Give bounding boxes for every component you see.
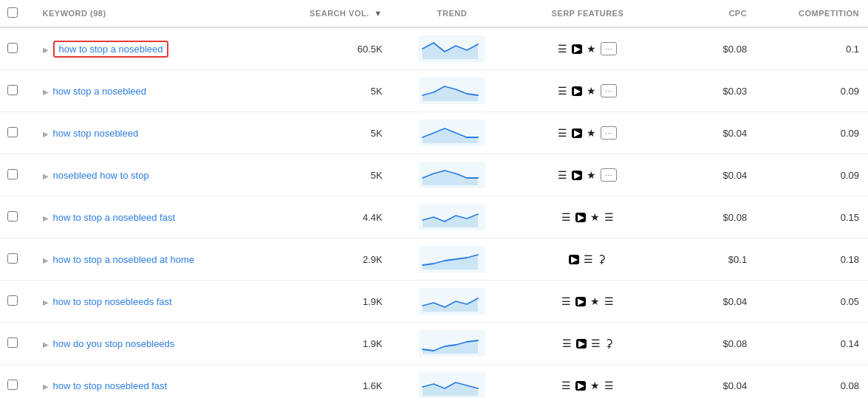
serp-cell: ☰▶★☰ [513, 281, 662, 323]
list-icon: ☰ [558, 85, 567, 97]
star-icon: ★ [590, 295, 600, 307]
list-icon: ☰ [558, 169, 567, 181]
youtube-icon: ▶ [575, 297, 586, 306]
serp-cell: ☰▶★⋯ [513, 27, 662, 70]
keyword-text-highlighted[interactable]: how to stop a nosebleed [53, 41, 169, 58]
keyword-text[interactable]: how do you stop nosebleeds [53, 338, 175, 349]
row-checkbox[interactable] [7, 295, 18, 306]
select-all-checkbox[interactable] [7, 7, 18, 18]
list-icon: ☰ [561, 295, 571, 307]
list-icon: ☰ [558, 127, 567, 139]
row-checkbox[interactable] [7, 43, 18, 53]
expand-button[interactable]: ▶ [43, 256, 49, 264]
expand-button[interactable]: ▶ [43, 172, 49, 180]
serp-icons-group: ☰▶★☰ [522, 295, 653, 307]
keyword-cell: ▶how to stop a nosebleed fast [34, 196, 277, 239]
expand-button[interactable]: ▶ [43, 340, 49, 349]
row-checkbox[interactable] [7, 85, 18, 95]
row-checkbox-cell [0, 323, 34, 365]
header-serp: SERP FEATURES [513, 0, 662, 27]
vol-value: 5K [371, 170, 383, 181]
cpc-cell: $0.04 [663, 281, 756, 323]
keyword-text[interactable]: how to stop nosebleed fast [53, 380, 168, 391]
trend-cell [392, 70, 513, 112]
row-checkbox[interactable] [7, 127, 18, 137]
keyword-cell: ▶how to stop nosebleed fast [34, 365, 277, 399]
vol-value: 2.9K [363, 254, 383, 265]
cpc-value: $0.04 [723, 128, 748, 139]
row-checkbox[interactable] [7, 337, 18, 348]
vol-value: 1.9K [363, 296, 383, 307]
youtube-icon: ▶ [576, 339, 587, 349]
list2-icon: ☰ [604, 211, 614, 223]
expand-button[interactable]: ▶ [43, 214, 49, 222]
keyword-cell: ▶how stop nosebleed [34, 112, 277, 154]
serp-cell: ▶☰⚳ [513, 239, 662, 281]
keyword-text[interactable]: how stop nosebleed [53, 128, 139, 139]
table-row: ▶how to stop nosebleeds fast1.9K ☰▶★☰$0.… [0, 281, 868, 323]
row-checkbox-cell [0, 239, 34, 281]
serp-icons-group: ☰▶☰⚳ [522, 337, 653, 350]
keyword-text[interactable]: how stop a nosebleed [53, 86, 146, 97]
vol-cell: 1.9K [277, 323, 392, 365]
vol-value: 5K [371, 128, 383, 139]
people-icon: ⚳ [598, 253, 606, 266]
row-checkbox-cell [0, 27, 34, 70]
row-checkbox[interactable] [7, 211, 18, 222]
trend-cell [392, 154, 513, 196]
serp-icons-group: ☰▶★☰ [522, 380, 653, 391]
cpc-value: $0.08 [723, 212, 748, 223]
cpc-cell: $0.03 [663, 70, 756, 112]
keyword-text[interactable]: how to stop nosebleeds fast [53, 296, 172, 307]
table-row: ▶how stop nosebleed5K ☰▶★⋯$0.040.09 [0, 112, 868, 154]
star-icon: ★ [590, 380, 600, 391]
youtube-icon: ▶ [575, 213, 586, 222]
table-row: ▶how to stop nosebleed fast1.6K ☰▶★☰$0.0… [0, 365, 868, 399]
header-checkbox-col [0, 0, 34, 27]
row-checkbox-cell [0, 154, 34, 196]
table-row: ▶how stop a nosebleed5K ☰▶★⋯$0.030.09 [0, 70, 868, 112]
expand-button[interactable]: ▶ [43, 88, 49, 96]
row-checkbox[interactable] [7, 380, 18, 390]
row-checkbox[interactable] [7, 253, 18, 264]
vol-value: 60.5K [358, 44, 383, 55]
cpc-cell: $0.04 [663, 154, 756, 196]
serp-cell: ☰▶★⋯ [513, 112, 662, 154]
expand-button[interactable]: ▶ [43, 130, 49, 138]
row-checkbox-cell [0, 112, 34, 154]
keyword-text[interactable]: how to stop a nosebleed fast [53, 212, 176, 223]
competition-cell: 0.05 [756, 281, 868, 323]
expand-button[interactable]: ▶ [43, 298, 49, 306]
cpc-value: $0.04 [723, 170, 748, 181]
vol-value: 1.9K [363, 338, 383, 349]
keyword-text[interactable]: nosebleed how to stop [53, 170, 149, 181]
trend-cell [392, 196, 513, 239]
vol-cell: 1.9K [277, 281, 392, 323]
table-row: ▶how do you stop nosebleeds1.9K ☰▶☰⚳$0.0… [0, 323, 868, 365]
serp-cell: ☰▶★⋯ [513, 70, 662, 112]
cpc-cell: $0.1 [663, 239, 756, 281]
competition-cell: 0.09 [756, 154, 868, 196]
competition-cell: 0.15 [756, 196, 868, 239]
competition-cell: 0.18 [756, 239, 868, 281]
competition-cell: 0.08 [756, 365, 868, 399]
star-icon: ★ [587, 169, 596, 181]
competition-value: 0.05 [841, 296, 859, 307]
list2-icon: ☰ [591, 337, 601, 349]
competition-value: 0.15 [841, 212, 859, 223]
trend-cell [392, 365, 513, 399]
keyword-text[interactable]: how to stop a nosebleed at home [53, 254, 195, 265]
expand-button[interactable]: ▶ [43, 382, 49, 391]
star-icon: ★ [587, 85, 596, 97]
expand-button[interactable]: ▶ [43, 46, 49, 54]
header-vol[interactable]: SEARCH VOL. ▼ [277, 0, 392, 27]
competition-header-label: COMPETITION [799, 9, 859, 18]
star-icon: ★ [587, 127, 596, 139]
vol-cell: 4.4K [277, 196, 392, 239]
competition-cell: 0.14 [756, 323, 868, 365]
serp-icons-group: ▶☰⚳ [522, 253, 653, 266]
competition-value: 0.09 [841, 86, 859, 97]
header-competition: COMPETITION [756, 0, 868, 27]
row-checkbox[interactable] [7, 169, 18, 179]
keyword-cell: ▶how do you stop nosebleeds [34, 323, 277, 365]
